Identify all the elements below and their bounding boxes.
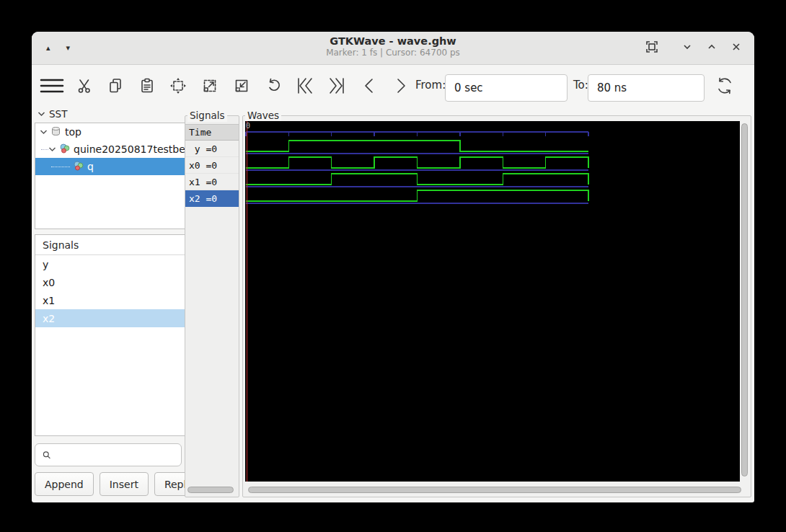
signal-search[interactable] <box>35 443 182 466</box>
tree-item-q[interactable]: q <box>35 158 185 175</box>
hamburger-menu-icon <box>40 76 64 95</box>
search-input[interactable] <box>56 444 181 466</box>
append-button[interactable]: Append <box>35 472 94 496</box>
to-input[interactable] <box>588 74 705 102</box>
scissors-icon <box>76 77 93 94</box>
zoom-in-button[interactable] <box>197 73 223 99</box>
maximize-button[interactable] <box>707 41 717 55</box>
expander-chevron-icon[interactable] <box>40 129 48 135</box>
copy-icon <box>107 77 124 94</box>
hierarchy-tree: top quine20250817testbench q <box>35 123 186 229</box>
sst-expander[interactable]: SST <box>35 107 186 121</box>
zoom-fit-icon <box>169 76 187 95</box>
paste-clipboard-icon <box>138 77 156 94</box>
gtkwave-window: ▴ ▾ GTKWave - wave.ghw Marker: 1 fs | Cu… <box>32 32 754 502</box>
prev-edge-button[interactable] <box>356 73 382 99</box>
cut-button[interactable] <box>71 73 97 99</box>
toolbar: From: To: <box>32 65 754 107</box>
paste-button[interactable] <box>134 73 160 99</box>
signal-list-item-x1[interactable]: x1 <box>35 291 185 309</box>
main-content: SST top quine20250817testbench <box>32 107 754 502</box>
chevron-left-icon <box>361 76 378 95</box>
waves-panel: Waves 0 <box>242 115 751 497</box>
copy-button[interactable] <box>102 73 128 99</box>
expander-chevron-icon <box>37 111 45 117</box>
zoom-out-button[interactable] <box>229 73 255 99</box>
reload-icon <box>715 76 734 95</box>
values-hscrollbar[interactable] <box>187 486 237 494</box>
close-icon <box>731 42 741 52</box>
waves-frame-label: Waves <box>245 110 281 122</box>
from-input[interactable] <box>445 74 568 102</box>
minimize-button[interactable] <box>682 41 692 55</box>
undo-arrow-icon <box>265 77 282 94</box>
tree-item-label: q <box>87 161 94 172</box>
value-row-x2[interactable]: x2 =0 <box>185 190 239 207</box>
signal-list-item-x2[interactable]: x2 <box>35 309 185 327</box>
signal-list-header: Signals <box>35 235 185 255</box>
signal-values-panel: Signals Time y =0 x0 =0 x1 =0 x2 =0 <box>185 115 239 497</box>
signal-list-item-y[interactable]: y <box>35 255 185 273</box>
value-row-x1[interactable]: x1 =0 <box>185 174 239 190</box>
tree-item-label: top <box>65 126 81 138</box>
wave-display-area[interactable]: 0 <box>245 121 740 482</box>
sst-sidebar: SST top quine20250817testbench <box>35 107 186 502</box>
zoom-out-box-icon <box>233 77 250 94</box>
insert-button[interactable]: Insert <box>100 472 149 496</box>
tree-item-testbench[interactable]: quine20250817testbench <box>35 141 185 158</box>
waves-vscrollbar[interactable] <box>741 122 749 481</box>
zoom-fit-button[interactable] <box>165 73 191 99</box>
cylinder-icon <box>50 126 61 138</box>
signal-browser-list: Signals y x0 x1 x2 <box>35 234 186 436</box>
skip-end-icon <box>327 76 346 95</box>
fullscreen-icon <box>646 41 658 53</box>
value-row-y[interactable]: y =0 <box>185 141 239 157</box>
reload-button[interactable] <box>712 73 738 99</box>
timeline-origin-label: 0 <box>246 122 250 130</box>
chevron-right-icon <box>392 76 410 95</box>
undo-button[interactable] <box>260 73 286 99</box>
chevron-down-icon <box>682 42 692 52</box>
tree-item-label: quine20250817testbench <box>74 143 185 155</box>
menu-button[interactable] <box>39 73 65 99</box>
close-button[interactable] <box>731 41 741 55</box>
titlebar[interactable]: ▴ ▾ GTKWave - wave.ghw Marker: 1 fs | Cu… <box>32 32 754 65</box>
chevron-up-icon <box>707 42 717 52</box>
time-header[interactable]: Time <box>185 124 239 141</box>
signal-list-item-x0[interactable]: x0 <box>35 273 185 291</box>
values-frame-label: Signals <box>187 110 227 122</box>
expander-chevron-icon[interactable] <box>48 146 56 152</box>
fullscreen-button[interactable] <box>646 41 658 56</box>
skip-start-icon <box>296 76 314 95</box>
tree-item-top[interactable]: top <box>35 123 185 141</box>
sst-label: SST <box>49 108 67 120</box>
next-edge-button[interactable] <box>388 73 414 99</box>
from-label: From: <box>415 79 446 92</box>
skip-to-end-button[interactable] <box>324 73 350 99</box>
to-label: To: <box>573 79 588 92</box>
wave-canvas[interactable] <box>245 121 740 482</box>
module-icon <box>59 143 70 156</box>
waves-hscrollbar[interactable] <box>248 486 741 494</box>
search-icon <box>43 450 51 461</box>
skip-to-start-button[interactable] <box>292 73 318 99</box>
value-row-x0[interactable]: x0 =0 <box>185 157 239 174</box>
zoom-in-box-icon <box>201 77 218 94</box>
module-icon <box>73 161 84 173</box>
